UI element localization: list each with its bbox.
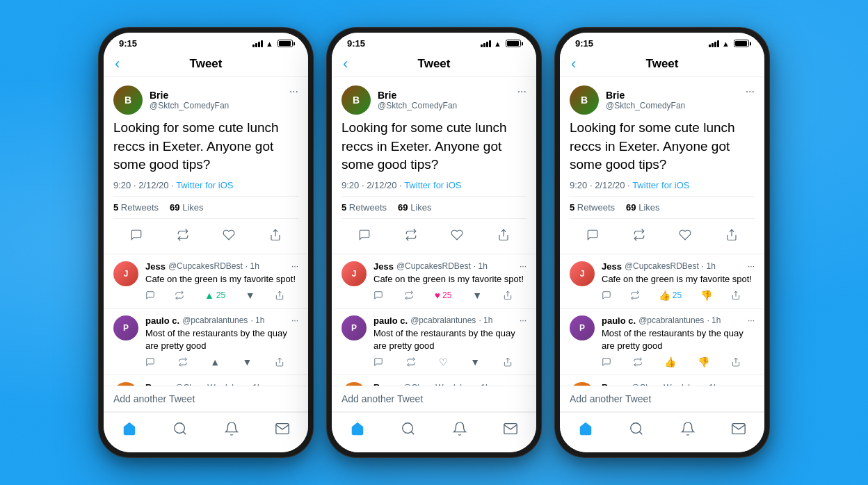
nav-home-1[interactable] <box>116 418 143 443</box>
reply-retweet-paulo-3[interactable] <box>633 357 643 367</box>
bottom-nav-2 <box>332 412 536 452</box>
reply-comment-jess-3[interactable] <box>602 290 611 300</box>
reply-vote-down-paulo-2[interactable]: ▼ <box>470 356 480 368</box>
nav-bell-1[interactable] <box>218 418 245 443</box>
reply-header-jess-3: Jess @CupcakesRDBest · 1h ··· <box>602 261 755 272</box>
more-button-2[interactable]: ··· <box>517 85 527 98</box>
reply-comment-paulo-2[interactable] <box>373 357 383 367</box>
status-icons-2: ▲ <box>481 40 521 48</box>
status-time-1: 9:15 <box>119 38 137 49</box>
reply-comment-paulo-1[interactable] <box>145 357 155 367</box>
add-tweet-bar-2[interactable]: Add another Tweet <box>332 386 536 412</box>
add-tweet-bar-1[interactable]: Add another Tweet <box>104 386 308 412</box>
like-action-3[interactable] <box>675 224 696 245</box>
reply-more-jess-1[interactable]: ··· <box>291 261 298 271</box>
reply-thumbup-jess-3[interactable]: 👍 25 <box>659 290 682 301</box>
reply-heart-jess-2[interactable]: ♥ 25 <box>435 290 452 301</box>
nav-header-1: ‹ Tweet <box>104 51 308 77</box>
reply-more-paulo-2[interactable]: ··· <box>520 315 527 325</box>
share-action-3[interactable] <box>721 224 742 245</box>
reply-heart-paulo-2[interactable]: ♡ <box>439 356 448 368</box>
add-tweet-bar-3[interactable]: Add another Tweet <box>560 386 764 412</box>
reply-comment-jess-1[interactable] <box>145 290 155 300</box>
signal-icon-2 <box>481 40 491 47</box>
nav-search-3[interactable] <box>623 418 650 443</box>
reply-header-paulo-1: paulo c. @pcabralantunes · 1h ··· <box>145 315 298 326</box>
phone-1-screen: 9:15 ▲ ‹ Tweet <box>104 33 308 452</box>
svg-point-16 <box>631 423 641 434</box>
nav-mail-3[interactable] <box>725 418 752 443</box>
avatar-brie-1: B <box>113 85 143 115</box>
nav-mail-2[interactable] <box>497 418 524 443</box>
reply-retweet-paulo-2[interactable] <box>406 357 416 367</box>
back-button-3[interactable]: ‹ <box>571 55 576 73</box>
retweet-action-2[interactable] <box>401 224 421 245</box>
more-button-1[interactable]: ··· <box>289 85 298 98</box>
reply-thumbup-paulo-3[interactable]: 👍 <box>664 356 676 368</box>
back-button-1[interactable]: ‹ <box>115 55 120 73</box>
user-info-1: Brie @Sktch_ComedyFan <box>150 90 229 110</box>
reply-item-jess-1: J Jess @CupcakesRDBest · 1h ··· <box>104 254 308 309</box>
back-button-2[interactable]: ‹ <box>343 55 348 73</box>
tweet-source-link-1[interactable]: Twitter for iOS <box>176 180 233 190</box>
reply-comment-paulo-3[interactable] <box>602 357 611 367</box>
reply-more-jess-3[interactable]: ··· <box>748 261 755 271</box>
retweet-count-1: 5 Retweets <box>113 202 159 213</box>
reply-more-paulo-3[interactable]: ··· <box>748 315 755 325</box>
tweet-source-link-3[interactable]: Twitter for iOS <box>632 180 689 190</box>
comment-action-1[interactable] <box>126 224 147 245</box>
reply-text-jess-3: Cafe on the green is my favorite spot! <box>602 273 755 286</box>
reply-retweet-jess-1[interactable] <box>175 290 184 300</box>
reply-share-paulo-1[interactable] <box>275 357 284 367</box>
reply-share-jess-2[interactable] <box>503 290 513 300</box>
nav-bell-2[interactable] <box>447 418 473 443</box>
reply-share-paulo-3[interactable] <box>731 357 741 367</box>
more-button-3[interactable]: ··· <box>746 85 755 98</box>
reply-more-jess-2[interactable]: ··· <box>520 261 527 271</box>
reply-thumbdown-paulo-3[interactable]: 👎 <box>698 356 709 368</box>
reply-retweet-jess-2[interactable] <box>404 290 414 300</box>
retweet-action-1[interactable] <box>172 224 193 245</box>
nav-search-2[interactable] <box>395 418 421 443</box>
user-info-2: Brie @Sktch_ComedyFan <box>378 90 457 110</box>
retweet-action-3[interactable] <box>629 224 650 245</box>
nav-mail-1[interactable] <box>269 418 296 443</box>
reply-actions-jess-2: ♥ 25 ▼ <box>373 290 527 301</box>
reply-thumbdown-jess-3[interactable]: 👎 <box>700 290 712 301</box>
reply-retweet-paulo-1[interactable] <box>178 357 188 367</box>
reply-vote-up-paulo-1[interactable]: ▲ <box>210 356 220 368</box>
reply-share-jess-1[interactable] <box>275 290 284 300</box>
share-action-1[interactable] <box>265 224 286 245</box>
status-bar-2: 9:15 ▲ <box>332 33 536 51</box>
comment-action-2[interactable] <box>354 224 375 245</box>
reply-share-paulo-2[interactable] <box>503 357 513 367</box>
reply-vote-down-jess-2[interactable]: ▼ <box>472 290 482 301</box>
reply-share-jess-3[interactable] <box>731 290 741 300</box>
nav-home-3[interactable] <box>572 418 599 443</box>
comment-action-3[interactable] <box>582 224 603 245</box>
reply-more-paulo-1[interactable]: ··· <box>291 315 298 325</box>
main-tweet-1: B Brie @Sktch_ComedyFan ··· Looking for … <box>104 77 308 254</box>
like-action-1[interactable] <box>218 224 239 245</box>
reply-user-paulo-2: paulo c. @pcabralantunes · 1h <box>373 315 492 326</box>
reply-comment-jess-2[interactable] <box>373 290 383 300</box>
page-title-3: Tweet <box>646 57 679 71</box>
nav-bell-3[interactable] <box>675 418 701 443</box>
wifi-icon-2: ▲ <box>494 40 501 48</box>
replies-1: J Jess @CupcakesRDBest · 1h ··· <box>104 254 308 386</box>
user-name-1: Brie <box>150 90 229 101</box>
tweet-source-link-2[interactable]: Twitter for iOS <box>404 180 461 190</box>
reply-vote-down-paulo-1[interactable]: ▼ <box>243 356 252 368</box>
nav-home-2[interactable] <box>344 418 371 443</box>
reply-vote-up-jess-1[interactable]: ▲ 25 <box>204 290 225 301</box>
phone-3-frame: 9:15 ▲ ‹ Tweet <box>554 27 770 458</box>
tweet-stats-2: 5 Retweets 69 Likes <box>341 196 527 219</box>
reply-retweet-jess-3[interactable] <box>630 290 640 300</box>
like-action-2[interactable] <box>447 224 467 245</box>
reply-text-jess-2: Cafe on the green is my favorite spot! <box>373 273 527 286</box>
tweet-text-3: Looking for some cute lunch reccs in Exe… <box>570 119 755 174</box>
reply-vote-down-jess-1[interactable]: ▼ <box>246 290 255 301</box>
share-action-2[interactable] <box>493 224 514 245</box>
user-handle-1: @Sktch_ComedyFan <box>150 101 229 110</box>
nav-search-1[interactable] <box>167 418 193 443</box>
